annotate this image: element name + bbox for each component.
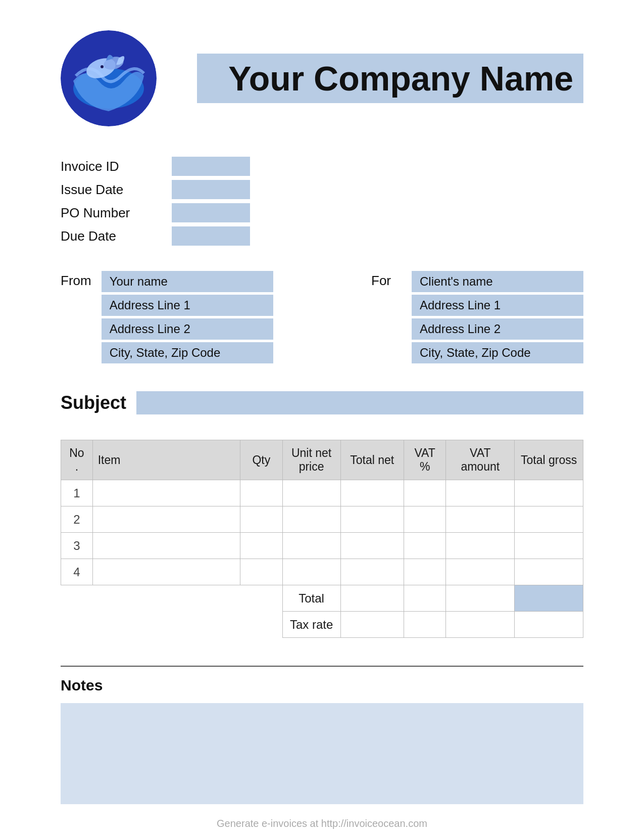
for-label: For (371, 271, 402, 289)
notes-divider (61, 666, 583, 667)
row3-no[interactable]: 3 (61, 533, 93, 559)
col-qty: Qty (240, 440, 283, 480)
notes-content[interactable] (61, 703, 583, 804)
issue-date-row: Issue Date (61, 180, 583, 199)
row4-total-net[interactable] (340, 559, 404, 585)
row1-vat-amt[interactable] (446, 480, 515, 506)
client-address2[interactable]: Address Line 2 (412, 318, 583, 340)
row3-item[interactable] (92, 533, 240, 559)
total-row: Total (61, 585, 583, 612)
row3-qty[interactable] (240, 533, 283, 559)
subject-value[interactable] (136, 391, 583, 414)
col-vat-pct: VAT % (404, 440, 446, 480)
row3-unit-net[interactable] (282, 533, 340, 559)
from-fields: Your name Address Line 1 Address Line 2 … (102, 271, 273, 363)
footer-text: Generate e-invoices at http://invoiceoce… (217, 818, 427, 829)
row2-unit-net[interactable] (282, 506, 340, 533)
row3-vat-amt[interactable] (446, 533, 515, 559)
from-city[interactable]: City, State, Zip Code (102, 342, 273, 363)
row3-total-net[interactable] (340, 533, 404, 559)
po-number-row: PO Number (61, 203, 583, 222)
tax-rate-net[interactable] (340, 612, 404, 638)
due-date-row: Due Date (61, 226, 583, 246)
table-row: 1 (61, 480, 583, 506)
col-total-net: Total net (340, 440, 404, 480)
due-date-label: Due Date (61, 228, 172, 244)
row1-total-net[interactable] (340, 480, 404, 506)
from-block: From Your name Address Line 1 Address Li… (61, 271, 273, 363)
total-label: Total (282, 585, 340, 612)
row3-vat-pct[interactable] (404, 533, 446, 559)
row2-total-gross[interactable] (515, 506, 583, 533)
total-gross-value[interactable] (515, 585, 583, 612)
row1-unit-net[interactable] (282, 480, 340, 506)
issue-date-value[interactable] (172, 180, 250, 199)
row2-vat-pct[interactable] (404, 506, 446, 533)
for-block: For Client's name Address Line 1 Address… (371, 271, 583, 363)
col-vat-amount: VAT amount (446, 440, 515, 480)
footer: Generate e-invoices at http://invoiceoce… (0, 818, 644, 829)
row1-vat-pct[interactable] (404, 480, 446, 506)
total-vat-pct[interactable] (404, 585, 446, 612)
tax-rate-vat-amt[interactable] (446, 612, 515, 638)
row2-no[interactable]: 2 (61, 506, 93, 533)
row4-unit-net[interactable] (282, 559, 340, 585)
col-no: No. (61, 440, 93, 480)
row2-item[interactable] (92, 506, 240, 533)
row3-total-gross[interactable] (515, 533, 583, 559)
invoice-meta: Invoice ID Issue Date PO Number Due Date (61, 157, 583, 246)
tax-rate-gross[interactable] (515, 612, 583, 638)
client-address1[interactable]: Address Line 1 (412, 295, 583, 316)
row4-no[interactable]: 4 (61, 559, 93, 585)
table-row: 3 (61, 533, 583, 559)
row2-total-net[interactable] (340, 506, 404, 533)
notes-label: Notes (61, 677, 583, 694)
po-number-label: PO Number (61, 205, 172, 221)
row4-item[interactable] (92, 559, 240, 585)
row1-qty[interactable] (240, 480, 283, 506)
total-net-value[interactable] (340, 585, 404, 612)
table-header-row: No. Item Qty Unit netprice Total net VAT… (61, 440, 583, 480)
total-vat-amt[interactable] (446, 585, 515, 612)
svg-point-4 (101, 65, 104, 68)
from-name[interactable]: Your name (102, 271, 273, 292)
row1-total-gross[interactable] (515, 480, 583, 506)
client-city[interactable]: City, State, Zip Code (412, 342, 583, 363)
table-row: 4 (61, 559, 583, 585)
row4-vat-amt[interactable] (446, 559, 515, 585)
header: Your Company Name (61, 30, 583, 126)
po-number-value[interactable] (172, 203, 250, 222)
row4-total-gross[interactable] (515, 559, 583, 585)
from-address2[interactable]: Address Line 2 (102, 318, 273, 340)
issue-date-label: Issue Date (61, 182, 172, 198)
col-item: Item (92, 440, 240, 480)
col-total-gross: Total gross (515, 440, 583, 480)
row1-no[interactable]: 1 (61, 480, 93, 506)
company-logo (61, 30, 157, 126)
row2-qty[interactable] (240, 506, 283, 533)
due-date-value[interactable] (172, 226, 250, 246)
from-label: From (61, 271, 91, 289)
table-row: 2 (61, 506, 583, 533)
row1-item[interactable] (92, 480, 240, 506)
from-address1[interactable]: Address Line 1 (102, 295, 273, 316)
client-name[interactable]: Client's name (412, 271, 583, 292)
row4-qty[interactable] (240, 559, 283, 585)
invoice-table: No. Item Qty Unit netprice Total net VAT… (61, 440, 583, 638)
invoice-id-row: Invoice ID (61, 157, 583, 176)
invoice-id-value[interactable] (172, 157, 250, 176)
row4-vat-pct[interactable] (404, 559, 446, 585)
tax-rate-row: Tax rate (61, 612, 583, 638)
subject-section: Subject (61, 391, 583, 414)
invoice-id-label: Invoice ID (61, 159, 172, 174)
for-fields: Client's name Address Line 1 Address Lin… (412, 271, 583, 363)
tax-rate-label: Tax rate (282, 612, 340, 638)
subject-label: Subject (61, 392, 126, 413)
parties-section: From Your name Address Line 1 Address Li… (61, 271, 583, 363)
company-name: Your Company Name (197, 54, 583, 103)
col-unit-net: Unit netprice (282, 440, 340, 480)
tax-rate-vat-pct[interactable] (404, 612, 446, 638)
row2-vat-amt[interactable] (446, 506, 515, 533)
